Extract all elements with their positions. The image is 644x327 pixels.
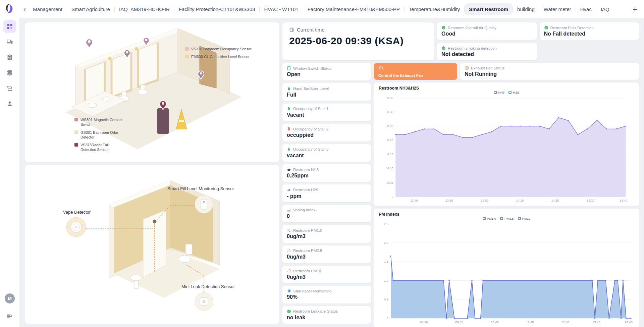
globe-icon	[289, 27, 294, 33]
tab-temperature-humidity[interactable]: Temperature&Humidity	[405, 3, 465, 15]
legend-label: PM10	[522, 217, 531, 220]
tab-smart-restroom[interactable]: Smart Restroom	[465, 3, 513, 15]
tab-hvac[interactable]: Hvac	[576, 3, 596, 15]
status-value: Open	[287, 71, 367, 77]
legend-label: PM2.5	[504, 217, 514, 220]
svg-text:14:20: 14:20	[551, 199, 559, 202]
status-label: Restroom NH3	[293, 168, 319, 172]
status-value: 0.25ppm	[287, 173, 367, 179]
tab-hvac-wt101[interactable]: HVAC - WT101	[260, 3, 303, 15]
fan-icon	[465, 66, 469, 70]
control-exhaust-fan-button[interactable]: Control the Exhaust Fan	[374, 63, 457, 80]
svg-text:14:10: 14:10	[516, 199, 524, 202]
status-value: Good	[441, 31, 532, 37]
legend-label: PM1.0	[487, 217, 496, 220]
chart-legend-item-nh3[interactable]: NH3	[494, 91, 504, 94]
tabs-scroll-left-icon[interactable]: ‹	[21, 6, 29, 13]
svg-text:13:40: 13:40	[592, 320, 600, 324]
user-icon	[6, 100, 13, 107]
legend-text: WS301 Magnetic Contact Switch	[80, 117, 125, 127]
status-value: 0ug/m3	[287, 254, 367, 260]
status-card-restroom-pm10: Restroom PM10 0ug/m3	[282, 266, 371, 283]
exhaust-fan-status-label: Exhaust Fan Status	[471, 66, 504, 70]
chart-legend-item-pm1-0[interactable]: PM1.0	[483, 217, 496, 220]
chart-legend-item-h2s[interactable]: H2S	[508, 91, 519, 94]
toilet-icon	[287, 147, 291, 152]
main-content: VS330 Bathroom Occupancy SensorEM300-CL …	[19, 19, 644, 327]
status-card-occupancy-of-stall-3: Occupancy of Stall 3 vacant	[282, 144, 371, 162]
smiley-icon	[441, 46, 446, 50]
svg-text:1.0: 1.0	[384, 279, 388, 282]
status-cards-column: Window Switch Status Open Hand Sanitizer…	[282, 63, 371, 324]
dust-icon	[287, 228, 291, 232]
tab-iaq[interactable]: IAQ	[596, 3, 614, 15]
tab-smart-agriculture[interactable]: Smart Agriculture	[67, 3, 114, 15]
status-card-restroom-pm1-0: Restroom PM1.0 0ug/m3	[282, 225, 371, 242]
exhaust-fan-status-card: Exhaust Fan Status Not Running	[460, 63, 639, 80]
status-label: Window Switch Status	[293, 66, 331, 70]
workflow-icon	[6, 85, 13, 92]
chart-title: Restroom NH3&H2S	[379, 86, 634, 91]
toggle-icon	[378, 65, 383, 70]
legend-swatch	[74, 143, 78, 147]
app-logo-icon[interactable]	[4, 3, 16, 15]
status-value: 0ug/m3	[287, 274, 367, 280]
dashboard-tabs: ManagementSmart AgricultureIAQ_AM319-HCH…	[29, 3, 631, 15]
tab-iaq-am319-hcho-ir[interactable]: IAQ_AM319-HCHO-IR	[115, 3, 174, 15]
chart-plot-area: 00.050.100.150.200.250.300.3513:4013:501…	[379, 95, 634, 204]
chart-legend-item-pm10[interactable]: PM10	[518, 217, 531, 220]
svg-text:12:40: 12:40	[561, 320, 569, 324]
fan-row: Control the Exhaust Fan Exhaust Fan Stat…	[374, 63, 639, 80]
restroom-sensors-card: Smart Fill Level Monitoring Sensor Vape …	[25, 165, 279, 324]
legend-item-em300-cl-capacitive-level-sensor: EM300-CL Capacitive Level Sensor	[185, 54, 252, 59]
sidebar-item-firmware[interactable]	[3, 51, 16, 64]
tab-factory-maintenance-em410-em500-pp[interactable]: Factory Maintenance-EM410&EM500-PP	[303, 3, 404, 15]
svg-text:13:40: 13:40	[410, 199, 418, 202]
svg-text:0.25: 0.25	[387, 124, 393, 128]
status-value: 0ug/m3	[287, 233, 367, 239]
floorplan-legend-top: VS330 Bathroom Occupancy SensorEM300-CL …	[185, 47, 252, 62]
svg-text:10:40: 10:40	[491, 320, 499, 324]
sidebar-item-devices[interactable]	[3, 36, 16, 48]
svg-text:14:00: 14:00	[481, 199, 489, 202]
status-label: Restroom Falls Detection	[550, 26, 594, 30]
svg-text:14:30: 14:30	[587, 199, 594, 202]
status-label: Hand Sanitizer Level	[293, 87, 329, 91]
legend-item-ws301-magnetic-contact-switch: WS301 Magnetic Contact Switch	[74, 117, 125, 127]
collapse-menu-button[interactable]	[3, 310, 16, 322]
chart-legend-item-pm2-5[interactable]: PM2.5	[500, 217, 514, 220]
sidebar-item-database[interactable]	[3, 66, 16, 79]
svg-text:13:50: 13:50	[445, 199, 453, 202]
svg-text:1.5: 1.5	[384, 260, 388, 263]
add-tab-button[interactable]: +	[631, 5, 639, 13]
user-avatar[interactable]: M	[5, 293, 15, 304]
legend-chip	[508, 91, 512, 94]
status-card-occupancy-of-stall-2: Occupancy of Stall 2 occuppied	[282, 124, 371, 141]
status-label: Restroom Leakage Status	[293, 309, 338, 313]
svg-text:09:40: 09:40	[455, 320, 463, 324]
chart-card-pm-index: PM Indexs PM1.0PM2.5PM10 00.51.01.52.02.…	[374, 209, 639, 327]
database-icon	[6, 69, 13, 76]
status-card-restroom-falls-detection: Restroom Falls Detection No Fall detecte…	[540, 22, 639, 40]
sidebar-item-dashboard[interactable]	[3, 20, 16, 33]
status-label: Restroom PM2.5	[293, 249, 322, 253]
chart-card-nh3-h2s: Restroom NH3&H2S NH3H2S 00.050.100.150.2…	[374, 83, 639, 206]
status-value: Not detected	[441, 51, 532, 57]
status-card-window-switch-status: Window Switch Status Open	[282, 63, 371, 80]
legend-text: EM300-CL Capacitive Level Sensor	[191, 54, 250, 59]
tab-facility-protection-ct101-ws303[interactable]: Facility Protection-CT101&WS303	[174, 3, 260, 15]
window-icon	[287, 66, 291, 70]
sidebar-item-workflow[interactable]	[3, 82, 16, 95]
leak-sensor-icon	[195, 292, 213, 311]
legend-swatch	[74, 118, 78, 121]
chart-title: PM Indexs	[379, 212, 634, 217]
sidebar-item-user[interactable]	[3, 97, 16, 110]
tab-building[interactable]: building	[513, 3, 539, 15]
status-label: Restroom Overall Air Quality	[448, 26, 496, 30]
status-label: Occupancy of Stall 2	[293, 127, 328, 131]
status-value: Vacant	[287, 112, 367, 118]
status-label: Occupancy of Stall 1	[293, 107, 328, 111]
tab-management[interactable]: Management	[29, 3, 67, 15]
toilet-icon	[287, 127, 291, 131]
tab-water-meter[interactable]: Water meter	[539, 3, 576, 15]
